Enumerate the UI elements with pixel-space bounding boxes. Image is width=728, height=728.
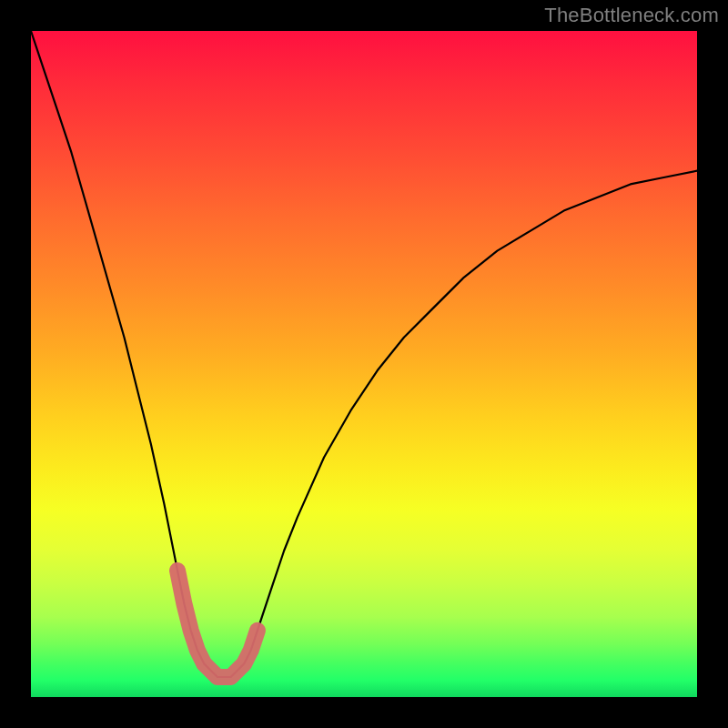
chart-frame: TheBottleneck.com <box>0 0 728 728</box>
chart-svg <box>31 31 697 697</box>
chart-plot-area <box>31 31 697 697</box>
watermark-text: TheBottleneck.com <box>544 4 719 27</box>
bottleneck-curve-line <box>31 31 697 677</box>
bottleneck-highlight-line <box>177 571 258 677</box>
